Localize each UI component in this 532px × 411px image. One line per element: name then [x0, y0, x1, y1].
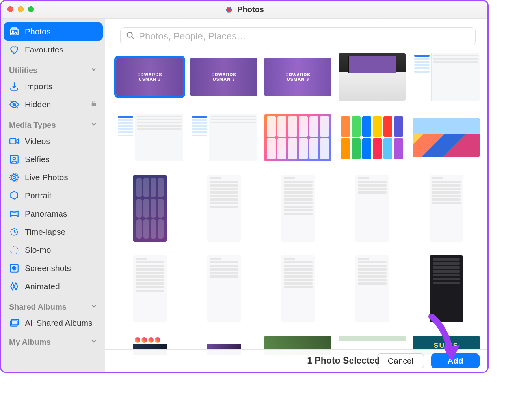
search-input[interactable]: [139, 31, 470, 42]
sidebar-item-favourites[interactable]: Favourites: [4, 41, 103, 59]
section-label: Shared Albums: [9, 303, 67, 312]
thumb-caption: USMAN 3: [139, 77, 161, 82]
selfie-icon: [9, 154, 19, 164]
live-photo-icon: [9, 172, 19, 183]
search-bar-container: [105, 19, 487, 45]
sidebar-item-live-photos[interactable]: Live Photos: [4, 168, 103, 187]
import-icon: [9, 81, 19, 92]
sidebar-item-slo-mo[interactable]: Slo-mo: [4, 241, 103, 259]
sidebar-item-label: All Shared Albums: [25, 318, 93, 328]
minimize-window-button[interactable]: [18, 6, 24, 12]
add-button[interactable]: Add: [431, 353, 480, 368]
photo-thumbnail[interactable]: [281, 175, 315, 242]
sidebar-item-label: Live Photos: [25, 173, 68, 182]
section-label: Media Types: [9, 121, 56, 130]
slo-mo-icon: [9, 245, 19, 255]
selection-status: 1 Photo Selected: [307, 355, 380, 366]
sidebar-item-label: Slo-mo: [25, 245, 51, 255]
sidebar-item-label: Time-lapse: [25, 227, 65, 237]
sidebar-item-label: Photos: [25, 27, 50, 36]
content-area: EDWARDSUSMAN 3 EDWARDSUSMAN 3 EDWARDSUSM…: [105, 19, 487, 372]
sidebar-section-media-types[interactable]: Media Types: [4, 114, 103, 132]
search-icon: [126, 31, 135, 41]
photo-thumbnail[interactable]: [430, 175, 463, 242]
sidebar-item-screenshots[interactable]: Screenshots: [4, 259, 103, 277]
svg-point-17: [11, 174, 17, 180]
photo-thumbnail[interactable]: [355, 175, 389, 242]
picker-footer: 1 Photo Selected Cancel Add: [105, 349, 487, 372]
photo-thumbnail[interactable]: [190, 114, 257, 161]
sidebar-item-label: Imports: [25, 82, 52, 91]
hidden-eye-icon: [9, 99, 19, 110]
photo-thumbnail[interactable]: [116, 114, 183, 161]
portrait-icon: [9, 191, 19, 201]
chevron-down-icon: [90, 121, 97, 130]
thumb-caption: USMAN 3: [213, 77, 235, 82]
thumb-caption: EDWARDS: [285, 72, 310, 77]
sidebar-item-all-shared-albums[interactable]: All Shared Albums: [4, 314, 103, 332]
photo-thumbnail[interactable]: [281, 255, 315, 322]
section-label: Utilities: [9, 66, 37, 75]
heart-icon: [9, 45, 19, 55]
sidebar-item-animated[interactable]: Animated: [4, 277, 103, 295]
photo-thumbnail[interactable]: EDWARDSUSMAN 3: [264, 58, 331, 96]
photo-thumbnail[interactable]: [430, 255, 463, 322]
photo-thumbnail[interactable]: EDWARDSUSMAN 3: [116, 58, 183, 96]
lock-icon: [90, 100, 97, 109]
search-field[interactable]: [120, 27, 476, 45]
sidebar-item-label: Videos: [25, 136, 50, 146]
sidebar-item-label: Hidden: [25, 100, 51, 109]
photo-thumbnail[interactable]: [133, 175, 167, 242]
sidebar-item-label: Selfies: [25, 155, 50, 164]
photo-thumbnail[interactable]: [339, 53, 406, 101]
photo-thumbnail[interactable]: [413, 53, 480, 101]
photo-grid-scroll[interactable]: EDWARDSUSMAN 3 EDWARDSUSMAN 3 EDWARDSUSM…: [105, 45, 487, 372]
close-window-button[interactable]: [7, 6, 13, 12]
photo-thumbnail[interactable]: [413, 118, 480, 157]
sidebar-section-utilities[interactable]: Utilities: [4, 59, 103, 77]
photo-thumbnail[interactable]: EDWARDSUSMAN 3: [190, 58, 257, 96]
sidebar-item-time-lapse[interactable]: Time-lapse: [4, 223, 103, 241]
screenshot-icon: [9, 263, 19, 273]
photo-thumbnail[interactable]: [339, 114, 406, 161]
svg-point-26: [127, 32, 132, 37]
svg-point-23: [13, 267, 15, 269]
photo-thumbnail[interactable]: [264, 114, 331, 161]
window-titlebar: Photos: [1, 1, 487, 19]
panorama-icon: [9, 209, 19, 219]
svg-rect-9: [12, 28, 17, 29]
thumb-caption: EDWARDS: [137, 72, 162, 77]
photo-thumbnail[interactable]: [133, 255, 167, 322]
section-label: My Albums: [9, 338, 51, 347]
sidebar-item-selfies[interactable]: Selfies: [4, 150, 103, 168]
chevron-down-icon: [90, 303, 97, 312]
thumb-caption: EDWARDS: [211, 72, 236, 77]
svg-point-20: [10, 246, 18, 254]
sidebar-item-photos[interactable]: Photos: [4, 22, 103, 41]
sidebar-item-imports[interactable]: Imports: [4, 77, 103, 95]
sidebar-item-label: Portrait: [25, 191, 52, 200]
shared-album-icon: [9, 318, 19, 328]
sidebar-item-videos[interactable]: Videos: [4, 132, 103, 150]
sidebar-item-panoramas[interactable]: Panoramas: [4, 205, 103, 223]
sidebar-section-my-albums[interactable]: My Albums: [4, 332, 103, 349]
sidebar-item-label: Favourites: [25, 45, 63, 54]
photo-thumbnail[interactable]: [355, 255, 389, 322]
sidebar: Photos Favourites Utilities Imports: [1, 19, 105, 372]
sidebar-item-label: Screenshots: [25, 263, 71, 273]
sidebar-item-label: Panoramas: [25, 209, 67, 219]
photo-grid: EDWARDSUSMAN 3 EDWARDSUSMAN 3 EDWARDSUSM…: [116, 53, 480, 355]
thumb-caption: USMAN 3: [287, 77, 309, 82]
sidebar-item-label: Animated: [25, 282, 60, 291]
zoom-window-button[interactable]: [28, 6, 34, 12]
photo-thumbnail[interactable]: [207, 255, 241, 322]
animated-icon: [9, 281, 19, 291]
sidebar-item-portrait[interactable]: Portrait: [4, 187, 103, 205]
photo-thumbnail[interactable]: [207, 175, 241, 242]
svg-point-15: [13, 157, 16, 160]
cancel-button[interactable]: Cancel: [377, 353, 424, 368]
window-title: Photos: [225, 5, 264, 14]
sidebar-item-hidden[interactable]: Hidden: [4, 95, 103, 114]
sidebar-section-shared-albums[interactable]: Shared Albums: [4, 295, 103, 314]
photos-app-icon: [225, 6, 233, 14]
